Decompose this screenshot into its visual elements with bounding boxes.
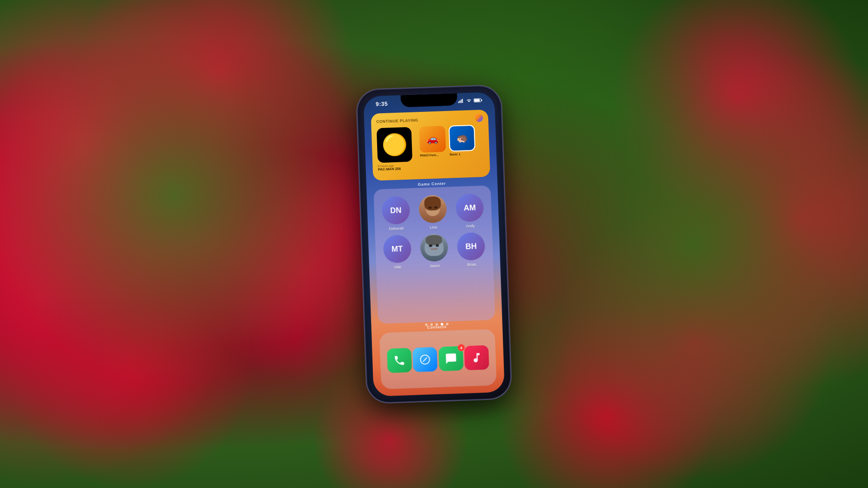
game-items: 🟡 8 hours ago PAC-MAN 256 🚗 PAKO Fore...… — [377, 124, 485, 171]
lisa-face — [418, 194, 447, 223]
contact-name-andy: Andy — [466, 223, 475, 228]
page-dot-2 — [430, 323, 433, 326]
avatar-brian: BH — [457, 232, 485, 260]
widget-contacts[interactable]: DN Deborah — [374, 185, 496, 324]
contact-brian[interactable]: BH Brian — [454, 232, 488, 267]
phone-screen: 9:35 — [363, 92, 505, 396]
avatar-lisa — [418, 194, 447, 223]
page-dot-4 — [441, 323, 443, 325]
contact-name-deborah: Deborah — [389, 226, 404, 231]
svg-rect-3 — [462, 98, 463, 103]
avatar-initials-andy: AM — [464, 203, 476, 213]
avatar-andy: AM — [455, 193, 484, 222]
messages-icon — [445, 352, 457, 365]
contact-jason[interactable]: Jason — [418, 233, 451, 269]
dock-app-music[interactable] — [464, 345, 489, 370]
jason-face — [420, 233, 448, 262]
pako-game-icon: 🚗 — [419, 125, 446, 152]
dock-app-safari[interactable] — [413, 347, 438, 372]
svg-rect-5 — [474, 99, 480, 102]
scene: 9:35 — [0, 0, 868, 488]
contact-name-lisa: Lisa — [430, 225, 437, 229]
sonic-name: Sonic 1 — [450, 152, 460, 156]
gamecenter-icon — [475, 114, 483, 122]
signal-icon — [458, 98, 464, 103]
messages-badge: 4 — [457, 344, 465, 351]
phone-icon — [393, 354, 406, 367]
sonic-game-icon: 🦔 — [448, 124, 475, 151]
avatar-initials-deborah: DN — [390, 206, 402, 215]
svg-rect-6 — [481, 99, 482, 101]
svg-rect-0 — [458, 101, 459, 103]
pako-name: PAKO Fore... — [420, 153, 439, 157]
avatar-miki: MT — [383, 234, 411, 263]
avatar-initials-brian: BH — [465, 242, 477, 251]
music-icon — [470, 351, 483, 364]
dock-app-phone[interactable] — [387, 347, 412, 373]
contact-deborah[interactable]: DN Deborah — [379, 196, 413, 231]
svg-rect-2 — [460, 99, 461, 103]
pacman-name: PAC-MAN 256 — [378, 167, 401, 171]
contact-andy[interactable]: AM Andy — [453, 193, 487, 229]
game-item-sonic[interactable]: 🦔 Sonic 1 — [448, 124, 475, 156]
contact-name-brian: Brian — [467, 262, 476, 267]
phone-notch — [401, 93, 457, 107]
page-dot-5 — [446, 322, 448, 325]
widget-gamecenter-header: Continue Playing — [376, 114, 483, 125]
pacman-game-icon: 🟡 — [377, 127, 413, 163]
contact-name-jason: Jason — [430, 263, 440, 268]
contact-miki[interactable]: MT Miki — [380, 234, 414, 270]
battery-icon — [473, 98, 482, 102]
dock-app-messages[interactable]: 4 — [438, 346, 464, 371]
page-dot-1 — [425, 323, 427, 326]
phone-wrapper: 9:35 — [357, 85, 511, 403]
safari-icon — [419, 353, 431, 366]
contacts-grid: DN Deborah — [379, 193, 488, 269]
contact-lisa[interactable]: Lisa — [416, 194, 450, 230]
widget-gamecenter[interactable]: Continue Playing 🟡 8 hours ago PAC-MAN 2… — [371, 109, 490, 180]
dock: 4 — [379, 329, 496, 389]
status-time: 9:35 — [375, 100, 388, 107]
svg-rect-1 — [459, 100, 460, 103]
contact-name-miki: Miki — [394, 265, 401, 269]
avatar-jason — [420, 233, 448, 262]
game-item-pako[interactable]: 🚗 PAKO Fore... — [419, 125, 446, 157]
avatar-deborah: DN — [381, 196, 410, 224]
wifi-icon — [466, 98, 472, 102]
status-icons — [458, 98, 482, 103]
avatar-initials-miki: MT — [391, 244, 403, 254]
game-item-pacman[interactable]: 🟡 8 hours ago PAC-MAN 256 — [377, 127, 417, 171]
page-dot-3 — [435, 323, 438, 325]
widget-continue-playing-label: Continue Playing — [376, 118, 418, 124]
